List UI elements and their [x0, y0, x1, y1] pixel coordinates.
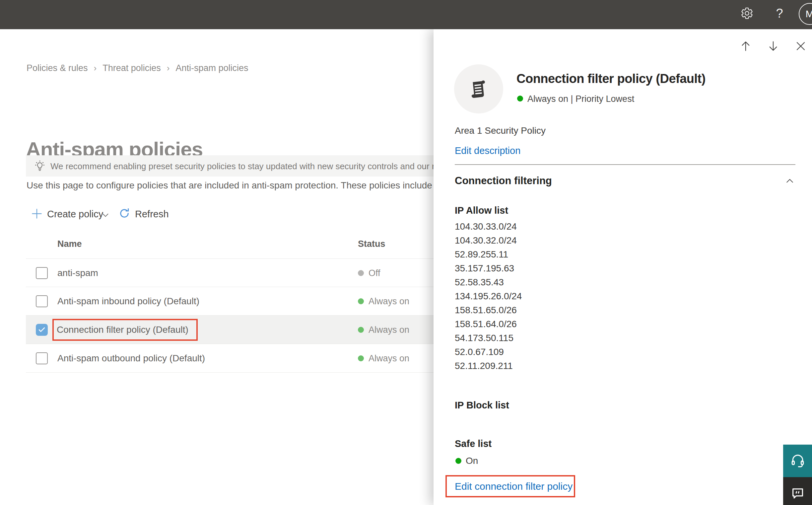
policy-name[interactable]: Anti-spam outbound policy (Default)	[57, 344, 205, 373]
policy-description: Area 1 Security Policy	[455, 126, 546, 136]
policy-details-flyout: Connection filter policy (Default) Alway…	[433, 29, 812, 505]
ip-entry: 52.58.35.43	[455, 276, 522, 289]
banner-text: We recommend enabling preset security po…	[50, 161, 468, 172]
plus-icon[interactable]	[31, 208, 43, 220]
ip-entry: 52.0.67.109	[455, 345, 522, 359]
status-dot-on	[517, 96, 523, 102]
column-header-status[interactable]: Status	[358, 239, 385, 249]
policy-name[interactable]: anti-spam	[57, 259, 98, 287]
ip-entry: 158.51.64.0/26	[455, 317, 522, 331]
policy-name[interactable]: Anti-spam inbound policy (Default)	[57, 287, 199, 316]
ip-allow-list-title: IP Allow list	[455, 205, 508, 216]
support-button[interactable]	[783, 445, 812, 477]
status-dot-off	[358, 270, 364, 276]
flyout-title: Connection filter policy (Default)	[517, 72, 705, 86]
breadcrumb: Policies & rules › Threat policies › Ant…	[26, 63, 248, 73]
section-divider	[455, 164, 795, 165]
safe-list-title: Safe list	[455, 438, 491, 449]
ip-entry: 52.11.209.211	[455, 359, 522, 373]
safe-list-status: On	[466, 456, 478, 466]
row-checkbox-checked[interactable]	[36, 324, 48, 336]
previous-item-arrow-up-icon[interactable]	[739, 40, 752, 52]
breadcrumb-anti-spam-policies[interactable]: Anti-spam policies	[176, 63, 248, 73]
chevron-up-icon[interactable]	[785, 176, 795, 186]
scroll-icon	[466, 76, 491, 101]
close-icon[interactable]	[794, 40, 807, 52]
feedback-chat-icon	[790, 486, 805, 501]
lightbulb-icon	[34, 160, 46, 172]
top-app-bar: ? M	[0, 0, 812, 29]
ip-allow-list: 104.30.33.0/24 104.30.32.0/24 52.89.255.…	[455, 220, 522, 373]
feedback-button[interactable]	[783, 477, 812, 505]
ip-entry: 104.30.32.0/24	[455, 233, 522, 247]
checkmark-icon	[38, 326, 46, 334]
chevron-down-icon[interactable]	[101, 211, 110, 219]
ip-entry: 104.30.33.0/24	[455, 220, 522, 233]
status-dot-on	[358, 298, 364, 304]
policy-avatar	[454, 64, 503, 114]
flyout-status-line: Always on | Priority Lowest	[528, 94, 634, 104]
ip-entry: 54.173.50.115	[455, 331, 522, 345]
status-dot-on	[358, 355, 364, 361]
help-icon[interactable]: ?	[773, 5, 786, 21]
ip-entry: 52.89.255.11	[455, 247, 522, 262]
edit-connection-filter-policy-link[interactable]: Edit connection filter policy	[455, 481, 573, 492]
policy-name[interactable]: Connection filter policy (Default)	[57, 325, 188, 335]
ip-entry: 158.51.65.0/26	[455, 303, 522, 317]
row-checkbox[interactable]	[36, 267, 48, 279]
settings-gear-icon[interactable]	[740, 7, 754, 20]
highlight-box: Connection filter policy (Default)	[52, 319, 198, 341]
refresh-button[interactable]: Refresh	[135, 209, 169, 220]
breadcrumb-policies-rules[interactable]: Policies & rules	[26, 63, 88, 73]
status-text: Always on	[369, 344, 409, 373]
create-policy-button[interactable]: Create policy	[47, 209, 103, 220]
toolbar: Create policy Refresh	[0, 207, 431, 227]
ip-block-list-title: IP Block list	[455, 400, 509, 411]
row-checkbox[interactable]	[36, 295, 48, 307]
refresh-icon[interactable]	[119, 207, 130, 219]
breadcrumb-separator-icon: ›	[167, 63, 170, 73]
column-header-name[interactable]: Name	[57, 239, 82, 249]
headset-icon	[790, 453, 806, 469]
status-text: Always on	[369, 316, 409, 344]
breadcrumb-threat-policies[interactable]: Threat policies	[103, 63, 161, 73]
ip-entry: 134.195.26.0/24	[455, 289, 522, 303]
status-dot-on	[358, 327, 364, 333]
ip-entry: 35.157.195.63	[455, 262, 522, 276]
breadcrumb-separator-icon: ›	[94, 63, 97, 73]
row-checkbox[interactable]	[36, 352, 48, 364]
account-avatar[interactable]: M	[799, 3, 812, 25]
status-text: Off	[369, 259, 381, 287]
highlight-box: Edit connection filter policy	[445, 475, 575, 497]
next-item-arrow-down-icon[interactable]	[767, 40, 780, 52]
edit-description-link[interactable]: Edit description	[455, 145, 521, 156]
status-dot-on	[455, 458, 461, 464]
status-text: Always on	[369, 287, 409, 316]
connection-filtering-section-title: Connection filtering	[455, 175, 552, 187]
